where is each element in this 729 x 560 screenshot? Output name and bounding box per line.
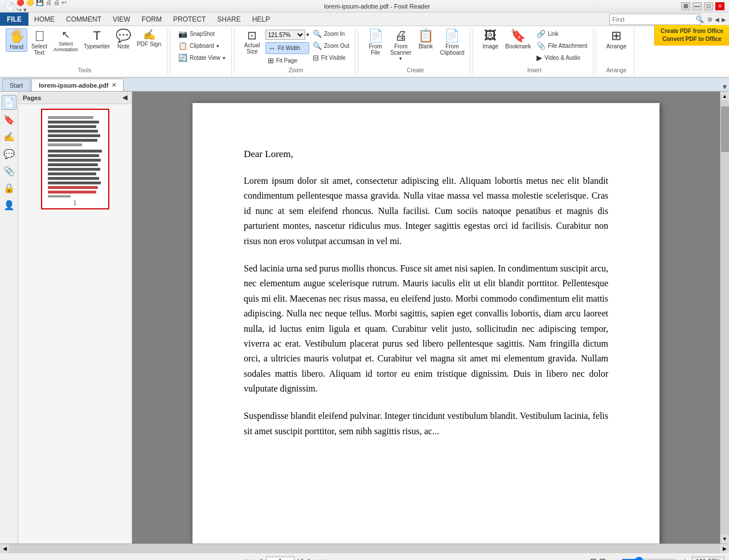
menu-share[interactable]: SHARE: [211, 13, 246, 26]
bookmark-icon: 🔖: [510, 30, 526, 42]
from-scanner-btn[interactable]: 🖨 FromScanner ▾: [388, 28, 413, 63]
rotate-view-btn[interactable]: 🔄 Rotate View ▾: [176, 52, 228, 63]
zoom-in-btn[interactable]: 🔍 Zoom In: [310, 28, 351, 39]
menu-help[interactable]: HELP: [247, 13, 276, 26]
divider-3: [358, 28, 358, 75]
search-input[interactable]: [610, 16, 693, 23]
fit-visible-label: Fit Visible: [321, 55, 346, 61]
note-btn[interactable]: 💬 Note: [113, 28, 133, 51]
menu-protect[interactable]: PROTECT: [167, 13, 211, 26]
hscroll-track[interactable]: [9, 544, 720, 553]
scroll-down-btn[interactable]: ▼: [720, 534, 730, 543]
scroll-thumb[interactable]: [721, 106, 729, 152]
zoom-col: 121.57% 100% 75% 50% ▾ ↔ Fit Width ⊞: [265, 28, 309, 66]
snapshot-icon: 📷: [178, 30, 187, 38]
hscroll-left-btn[interactable]: ◀: [0, 544, 9, 553]
two-page-btn[interactable]: ⊟: [590, 557, 597, 561]
nav-first-btn[interactable]: ⏮: [243, 557, 253, 561]
close-btn[interactable]: ✕: [715, 2, 724, 10]
sidebar-user-btn[interactable]: 👤: [2, 197, 17, 212]
tab-pdf-label: lorem-ipsum-adobe.pdf: [39, 82, 108, 89]
video-audio-btn[interactable]: ▶ Video & Audio: [534, 52, 589, 63]
sidebar-signatures-btn[interactable]: ✍: [2, 129, 17, 144]
zoom-out-icon: 🔍: [313, 42, 322, 50]
ribbon-group-arrange: ⊞ Arrange Arrange: [599, 27, 634, 76]
from-file-icon: 📄: [368, 30, 383, 42]
blank-btn[interactable]: 📋 Blank: [415, 28, 436, 51]
rotate-view-icon: 🔄: [178, 53, 187, 62]
hscroll-right-btn[interactable]: ▶: [720, 544, 729, 553]
fit-visible-btn[interactable]: ⊟ Fit Visible: [310, 52, 351, 63]
from-file-btn[interactable]: 📄 FromFile: [364, 28, 387, 57]
select-text-btn[interactable]: ⎕ SelectText: [28, 28, 50, 57]
continuous-page-btn[interactable]: ▬: [580, 557, 588, 561]
zoom-slider[interactable]: [621, 557, 678, 561]
convert-line1: Create PDF from Office: [661, 27, 723, 35]
fit-width-btn[interactable]: ↔ Fit Width: [265, 42, 309, 54]
thumb-content: [44, 112, 106, 197]
tab-pdf[interactable]: lorem-ipsum-adobe.pdf ✕: [31, 79, 124, 91]
nav-last-btn[interactable]: ⏭: [317, 557, 327, 561]
convert-pdf-banner[interactable]: Create PDF from Office Convert PDF to Of…: [654, 25, 729, 46]
zoom-out-status-btn[interactable]: −: [611, 557, 617, 561]
search-prev-btn[interactable]: ◀: [714, 17, 720, 23]
actual-size-btn[interactable]: ⊡ ActualSize: [240, 28, 264, 56]
sidebar-attachments-btn[interactable]: 📎: [2, 163, 17, 178]
typewriter-btn[interactable]: T Typewriter: [81, 28, 112, 51]
zoom-select[interactable]: 121.57% 100% 75% 50%: [265, 30, 305, 40]
from-clipboard-btn[interactable]: 📄 FromClipboard: [437, 28, 466, 57]
link-btn[interactable]: 🔗 Link: [534, 28, 589, 39]
create-items: 📄 FromFile 🖨 FromScanner ▾ 📋 Blank 📄 Fro…: [364, 28, 466, 67]
zoom-dropdown-icon[interactable]: ▾: [306, 32, 309, 38]
search-options-btn[interactable]: ⚙: [706, 17, 714, 23]
image-btn[interactable]: 🖼 Image: [479, 28, 502, 51]
maximize-btn[interactable]: □: [704, 2, 713, 10]
zoom-in-status-btn[interactable]: +: [681, 557, 688, 561]
menu-view[interactable]: VIEW: [107, 13, 136, 26]
hand-tool-btn[interactable]: 🖐 Hand: [6, 28, 27, 52]
tile-btn[interactable]: ⊞: [681, 2, 690, 10]
zoom-out-btn[interactable]: 🔍 Zoom Out: [310, 40, 351, 51]
file-attachment-btn[interactable]: 📎 File Attachment: [534, 40, 589, 51]
menu-home[interactable]: HOME: [28, 13, 60, 26]
divider-5: [596, 28, 596, 75]
sidebar-security-btn[interactable]: 🔒: [2, 180, 17, 195]
pdf-sign-btn[interactable]: ✍ PDF Sign: [134, 28, 163, 48]
single-page-btn[interactable]: ▭: [570, 557, 578, 561]
fit-page-btn[interactable]: ⊞ Fit Page: [265, 55, 300, 66]
link-label: Link: [548, 31, 558, 37]
sidebar-bookmarks-btn[interactable]: 🔖: [2, 112, 17, 127]
menu-comment[interactable]: COMMENT: [60, 13, 107, 26]
search-next-btn[interactable]: ▶: [720, 17, 727, 23]
nav-prev-btn[interactable]: ◀: [255, 557, 264, 561]
sidebar-pages-btn[interactable]: 📄: [2, 95, 17, 110]
sidebar-annotations-btn[interactable]: 💬: [2, 146, 17, 161]
minimize-btn[interactable]: —: [693, 2, 702, 10]
menu-form[interactable]: FORM: [136, 13, 167, 26]
bookmark-btn[interactable]: 🔖 Bookmark: [503, 28, 533, 51]
page-input[interactable]: [266, 557, 294, 561]
scroll-track[interactable]: [720, 101, 729, 534]
zoom-display[interactable]: 121.57%: [692, 557, 724, 561]
page-thumbnail[interactable]: 1: [41, 109, 109, 209]
zoom-in-label: Zoom In: [324, 31, 345, 37]
zoom-items: ⊡ ActualSize 121.57% 100% 75% 50% ▾: [240, 28, 351, 67]
zoom-buttons-row: ⊞ Fit Page: [265, 55, 309, 66]
tab-close-btn[interactable]: ✕: [112, 82, 116, 88]
arrange-btn[interactable]: ⊞ Arrange: [602, 28, 630, 51]
continuous-two-page-btn[interactable]: ⊞: [599, 557, 606, 561]
clipboard-btn[interactable]: 📋 Clipboard ▾: [176, 40, 228, 51]
search-icon[interactable]: 🔍: [693, 15, 706, 23]
scroll-up-btn[interactable]: ▲: [720, 92, 730, 101]
select-annotation-btn[interactable]: ↖ SelectAnnotation: [51, 28, 80, 53]
tab-scroll-arrow[interactable]: ▾: [723, 82, 727, 91]
video-audio-icon: ▶: [536, 53, 542, 62]
file-menu[interactable]: FILE: [0, 13, 28, 26]
nav-next-btn[interactable]: ▶: [306, 557, 315, 561]
pdf-viewer[interactable]: Dear Lorem, Lorem ipsum dolor sit amet, …: [132, 92, 720, 543]
pages-collapse-btn[interactable]: ◀: [122, 94, 127, 101]
tab-start[interactable]: Start: [2, 79, 30, 91]
snapshot-btn[interactable]: 📷 SnapShot: [176, 28, 228, 39]
page-separator: /: [297, 558, 298, 561]
pdf-page: Dear Lorem, Lorem ipsum dolor sit amet, …: [193, 103, 660, 543]
